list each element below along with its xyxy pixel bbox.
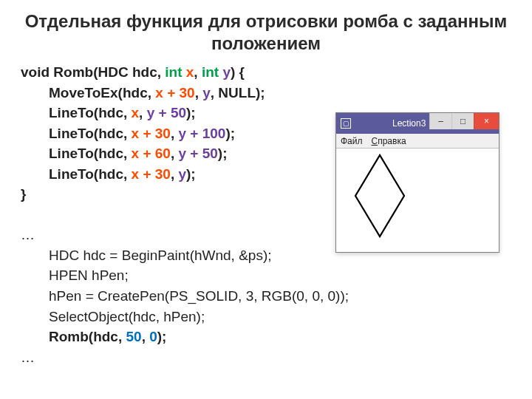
page-title: Отдельная функция для отрисовки ромба с … — [21, 10, 511, 55]
appicon: ▢ — [341, 118, 351, 129]
window-menubar: Файл Справка — [336, 134, 499, 149]
demo-window: ▢ Lection3 – □ × Файл Справка — [335, 112, 499, 253]
window-titlebar: ▢ Lection3 – □ × — [336, 113, 499, 134]
content-area: void Romb(HDC hdc, int x, int y) { MoveT… — [21, 62, 511, 367]
menu-file[interactable]: Файл — [341, 136, 363, 146]
close-button[interactable]: × — [474, 113, 499, 129]
rhombus-icon — [347, 151, 413, 248]
window-canvas — [336, 149, 499, 252]
window-title: Lection3 — [392, 118, 426, 129]
menu-help[interactable]: Справка — [372, 136, 406, 146]
svg-marker-0 — [355, 155, 404, 236]
slide: Отдельная функция для отрисовки ромба с … — [0, 0, 532, 399]
minimize-button[interactable]: – — [429, 113, 451, 129]
window-controls: – □ × — [429, 113, 499, 134]
maximize-button[interactable]: □ — [451, 113, 474, 129]
